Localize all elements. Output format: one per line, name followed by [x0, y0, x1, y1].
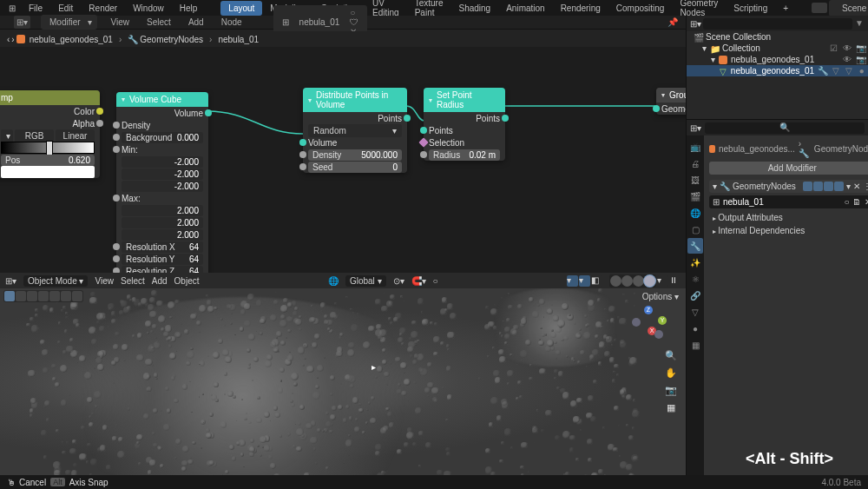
- bg-field[interactable]: Background0.000: [122, 132, 203, 143]
- tab-texture[interactable]: ▦: [687, 337, 703, 353]
- rendered-icon[interactable]: [644, 275, 655, 287]
- workspace-tab[interactable]: Animation: [498, 1, 552, 16]
- editor-type-icon[interactable]: ⊞▾: [690, 123, 701, 133]
- socket-alpha-out[interactable]: [96, 120, 103, 127]
- editor-type-icon[interactable]: ⊞▾: [5, 276, 16, 286]
- menu-select[interactable]: Select: [143, 16, 174, 29]
- menu-node[interactable]: Node: [218, 16, 246, 29]
- linear-dropdown[interactable]: Linear: [56, 129, 95, 142]
- shading-modes[interactable]: [609, 274, 656, 287]
- socket-points-out[interactable]: [502, 115, 509, 122]
- menu-add[interactable]: Add: [152, 276, 168, 286]
- scene-selector[interactable]: Scene: [829, 0, 868, 17]
- matcap-icon[interactable]: [633, 275, 644, 287]
- prop-edit-icon[interactable]: ○: [433, 276, 438, 286]
- socket-color-out[interactable]: [96, 108, 103, 115]
- gizmo-toggle-icon[interactable]: ▾: [567, 275, 578, 287]
- workspace-tab[interactable]: Compositing: [608, 1, 673, 16]
- node-volume-cube[interactable]: Volume Cube Volume Density Background0.0…: [116, 92, 208, 277]
- outliner-row[interactable]: ▾ nebula_geonodes_01 👁 📷: [687, 54, 868, 65]
- modifier-header[interactable]: ▾🔧 GeometryNodes ▾ ✕ ⋮: [709, 180, 868, 193]
- socket-volume-out[interactable]: [205, 109, 212, 116]
- tab-particles[interactable]: ✨: [687, 254, 703, 270]
- tab-physics[interactable]: ⚛: [687, 271, 703, 287]
- exclude-toggle[interactable]: ☑: [828, 43, 838, 54]
- menu-view[interactable]: View: [108, 16, 134, 29]
- workspace-tab[interactable]: Rendering: [553, 1, 608, 16]
- pivot-icon[interactable]: ⊙▾: [393, 276, 404, 286]
- tab-output[interactable]: 🖨: [687, 155, 703, 171]
- workspace-tab[interactable]: Shading: [450, 1, 498, 16]
- output-attributes-panel[interactable]: Output Attributes: [709, 211, 868, 224]
- nodetree-field[interactable]: ⊞ nebula_01 ○ 🗎 ✕: [709, 195, 868, 208]
- pin-icon[interactable]: 📌: [664, 16, 681, 29]
- editor-type-icon[interactable]: ⊞▾: [14, 16, 30, 29]
- tab-object[interactable]: ▢: [687, 221, 703, 237]
- mode-selector[interactable]: Object Mode ▾: [23, 275, 88, 287]
- close-icon[interactable]: ✕: [853, 182, 860, 191]
- fake-user-icon[interactable]: ○: [844, 197, 849, 207]
- internal-deps-panel[interactable]: Internal Dependencies: [709, 224, 868, 237]
- node-editor[interactable]: mp Color Alpha ▾RGBLinear Pos0.620 Volum…: [0, 47, 686, 273]
- search-input[interactable]: [703, 18, 852, 30]
- socket-min-in[interactable]: [113, 146, 120, 153]
- render-icon[interactable]: 📷: [856, 55, 866, 65]
- dropdown-icon[interactable]: ▾: [846, 182, 851, 191]
- 3d-viewport[interactable]: /* decorative dots generated below after…: [0, 273, 686, 476]
- mode-dropdown[interactable]: Random▾: [308, 124, 402, 137]
- crumb-modifier[interactable]: GeometryNodes: [140, 35, 203, 44]
- outliner-row[interactable]: 🎬 Scene Collection: [687, 31, 868, 43]
- socket-bg-in[interactable]: [113, 134, 120, 141]
- modifier-dropdown[interactable]: Modifier ▾: [41, 15, 97, 30]
- outliner-row-selected[interactable]: ▽ nebula_geonodes_01 🔧 ▽ ▽ ●: [687, 65, 868, 76]
- menu-select[interactable]: Select: [121, 276, 145, 286]
- density-field[interactable]: Density5000.000: [308, 149, 402, 161]
- modifier-icon[interactable]: 🔧: [818, 66, 828, 76]
- eye-icon[interactable]: 👁: [842, 55, 852, 65]
- options-dropdown[interactable]: Options ▾: [642, 292, 679, 301]
- node-color-ramp[interactable]: mp Color Alpha ▾RGBLinear Pos0.620: [0, 90, 100, 178]
- crumb-object[interactable]: nebula_geonodes_01: [30, 35, 113, 44]
- filter-icon[interactable]: ▼: [854, 18, 865, 29]
- menu-view[interactable]: View: [95, 276, 114, 286]
- overlay-toggle-icon[interactable]: ▾: [579, 275, 590, 287]
- add-modifier-button[interactable]: Add Modifier: [709, 162, 868, 175]
- outliner-mode-icon[interactable]: ⊞▾: [690, 19, 701, 29]
- xray-icon[interactable]: ◧: [591, 275, 602, 287]
- tab-material[interactable]: ●: [687, 320, 703, 336]
- persp-icon[interactable]: ▦: [665, 401, 677, 413]
- menu-file[interactable]: File: [21, 1, 50, 16]
- nav-gizmo[interactable]: Z Y X: [630, 306, 667, 342]
- add-workspace-icon[interactable]: +: [775, 1, 796, 16]
- pos-field[interactable]: Pos0.620: [1, 155, 95, 166]
- workspace-tab-layout[interactable]: Layout: [220, 1, 262, 16]
- menu-add[interactable]: Add: [185, 16, 207, 29]
- seed-field[interactable]: Seed0: [308, 162, 402, 173]
- search-input[interactable]: 🔍: [705, 122, 865, 134]
- shade-dropdown-icon[interactable]: ▾: [657, 275, 668, 287]
- color-swatch[interactable]: [1, 166, 95, 178]
- pan-icon[interactable]: ✋: [665, 367, 677, 379]
- wireframe-icon[interactable]: [610, 275, 621, 287]
- tab-constraints[interactable]: 🔗: [687, 287, 703, 303]
- cursor-tool-icon[interactable]: [4, 291, 15, 301]
- socket-volume-in[interactable]: [299, 139, 306, 146]
- socket-points-out[interactable]: [404, 115, 411, 122]
- camera-icon[interactable]: 📷: [665, 384, 677, 396]
- render-icon[interactable]: 📷: [856, 43, 866, 54]
- socket-radius-in[interactable]: [420, 151, 427, 158]
- socket-max-in[interactable]: [113, 195, 120, 202]
- orientation-dropdown[interactable]: Global ▾: [345, 275, 386, 287]
- solid-icon[interactable]: [621, 275, 633, 287]
- tab-data[interactable]: ▽: [687, 304, 703, 320]
- pause-icon[interactable]: ⏸: [669, 275, 681, 287]
- viewport-canvas[interactable]: /* decorative dots generated below after…: [0, 288, 686, 476]
- tab-render[interactable]: 📺: [687, 139, 703, 155]
- outliner-row[interactable]: ▾ 📁 Collection ☑ 👁 📷: [687, 43, 868, 54]
- tool-shelf-icons[interactable]: [3, 290, 83, 302]
- tab-viewlayer[interactable]: 🖼: [687, 172, 703, 188]
- radius-field[interactable]: Radius0.02 m: [429, 149, 500, 161]
- nav-right-icon[interactable]: ›: [11, 35, 14, 44]
- socket-resx-in[interactable]: [113, 243, 120, 250]
- tab-world[interactable]: 🌐: [687, 205, 703, 221]
